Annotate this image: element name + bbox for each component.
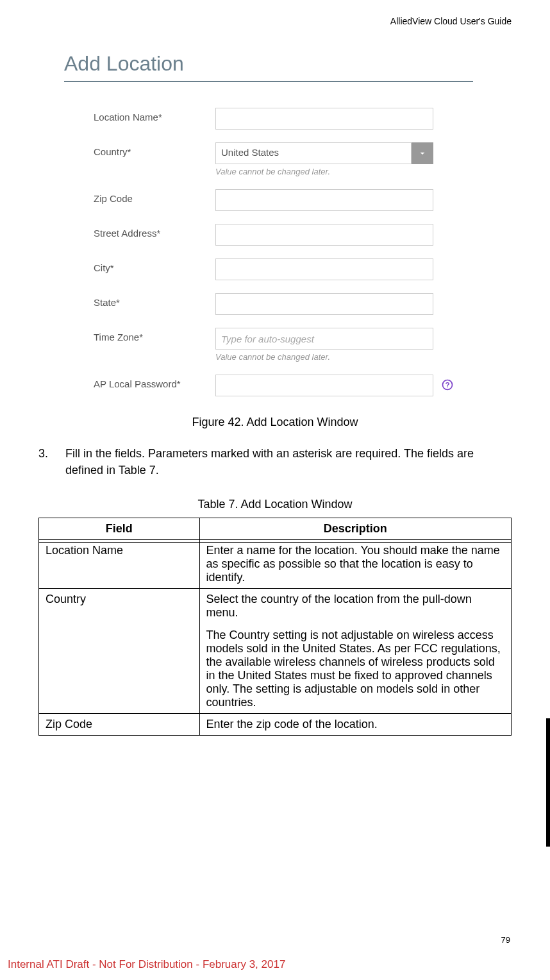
country-select[interactable]: United States: [215, 142, 433, 164]
location-name-input[interactable]: [215, 108, 433, 130]
city-input[interactable]: [215, 258, 433, 280]
svg-text:?: ?: [445, 380, 449, 389]
cell-field: Country: [39, 589, 200, 714]
step-number: 3.: [38, 445, 65, 478]
ap-password-input[interactable]: [215, 375, 433, 396]
time-zone-input[interactable]: [215, 328, 433, 350]
street-address-input[interactable]: [215, 224, 433, 246]
figure-caption: Figure 42. Add Location Window: [38, 416, 512, 429]
zip-code-input[interactable]: [215, 189, 433, 211]
cell-desc: Enter the zip code of the location.: [199, 714, 511, 736]
help-icon[interactable]: ?: [441, 378, 454, 394]
chevron-down-icon[interactable]: [412, 142, 433, 164]
footer-draft-notice: Internal ATI Draft - Not For Distributio…: [8, 958, 285, 971]
cell-field: Location Name: [39, 540, 200, 589]
field-table: Field Description Location Name Enter a …: [38, 518, 512, 736]
cell-desc: Enter a name for the location. You shoul…: [199, 540, 511, 589]
state-label: State*: [94, 293, 215, 308]
th-description: Description: [199, 518, 511, 540]
cell-field: Zip Code: [39, 714, 200, 736]
city-label: City*: [94, 258, 215, 273]
table-row: Location Name Enter a name for the locat…: [39, 540, 512, 589]
time-zone-label: Time Zone*: [94, 328, 215, 342]
side-tab-marker: [546, 718, 550, 847]
th-field: Field: [39, 518, 200, 540]
form-title: Add Location: [64, 52, 473, 82]
country-value: United States: [215, 142, 412, 164]
doc-header-title: AlliedView Cloud User's Guide: [38, 16, 512, 26]
country-hint: Value cannot be changed later.: [215, 167, 473, 176]
ap-password-label: AP Local Password*: [94, 375, 215, 389]
state-input[interactable]: [215, 293, 433, 315]
form-screenshot: Add Location Location Name* Country* Uni…: [64, 52, 473, 396]
zip-code-label: Zip Code: [94, 189, 215, 204]
table-row: Zip Code Enter the zip code of the locat…: [39, 714, 512, 736]
page-number: 79: [501, 935, 510, 945]
location-name-label: Location Name*: [94, 108, 215, 122]
step-text: Fill in the fields. Parameters marked wi…: [65, 445, 512, 478]
table-row: Country Select the country of the locati…: [39, 589, 512, 714]
table-caption: Table 7. Add Location Window: [38, 498, 512, 511]
street-address-label: Street Address*: [94, 224, 215, 239]
cell-desc: Select the country of the location from …: [199, 589, 511, 714]
country-label: Country*: [94, 142, 215, 157]
time-zone-hint: Value cannot be changed later.: [215, 352, 473, 362]
